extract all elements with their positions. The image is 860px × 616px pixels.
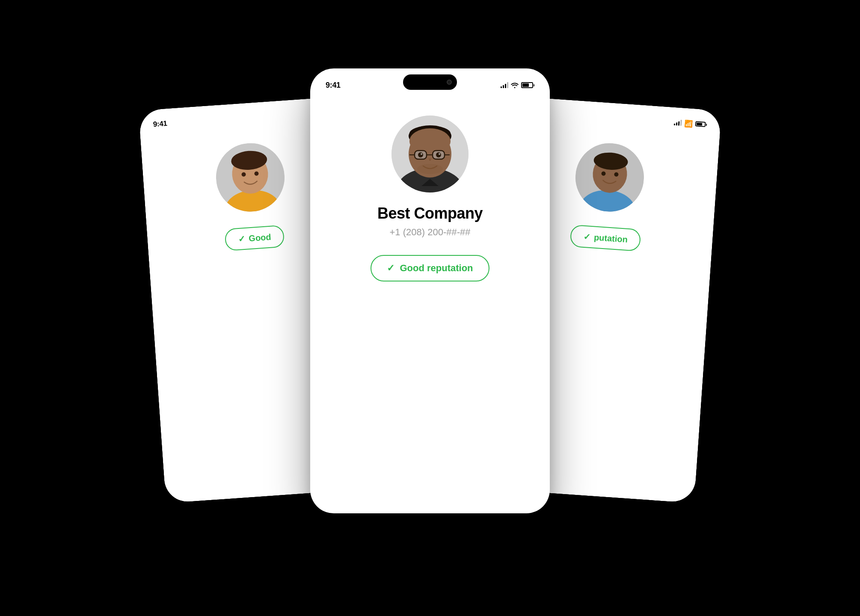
status-icons-right: 📶: [674, 118, 707, 128]
wifi-icon-center: [511, 82, 519, 88]
scene: 9:41: [130, 51, 730, 565]
battery-icon-right: [695, 121, 707, 127]
checkmark-icon-left: ✓: [238, 234, 246, 244]
svg-point-25: [436, 152, 441, 157]
svg-point-27: [439, 153, 440, 155]
reputation-badge-left: ✓ Good: [225, 225, 285, 251]
status-bar-center: 9:41: [310, 68, 550, 94]
svg-point-24: [418, 152, 423, 157]
status-icons-center: [501, 82, 534, 88]
reputation-text-right: putation: [593, 232, 628, 244]
checkmark-icon-center: ✓: [387, 263, 394, 274]
camera-dot: [447, 80, 452, 85]
phone-center: 9:41: [310, 68, 550, 513]
reputation-text-left: Good: [249, 232, 272, 243]
checkmark-icon-right: ✓: [583, 231, 591, 242]
company-name: Best Company: [377, 204, 483, 222]
time-center: 9:41: [326, 81, 341, 90]
reputation-badge-center: ✓ Good reputation: [371, 255, 489, 281]
svg-point-18: [409, 128, 451, 154]
avatar-center: [391, 116, 469, 192]
svg-point-28: [417, 164, 443, 174]
wifi-icon-right: 📶: [684, 119, 693, 127]
battery-icon-center: [521, 82, 534, 88]
svg-point-26: [421, 153, 422, 155]
signal-icon-center: [501, 82, 508, 88]
phone-content-center: Best Company +1 (208) 200-##-## ✓ Good r…: [310, 94, 550, 513]
reputation-text-center: Good reputation: [400, 263, 473, 274]
reputation-badge-right: ✓ putation: [569, 225, 641, 252]
time-left: 9:41: [153, 119, 167, 129]
avatar-left: [214, 141, 287, 214]
phone-number: +1 (208) 200-##-##: [390, 227, 471, 238]
dynamic-island: [403, 74, 457, 90]
avatar-right: [573, 141, 646, 214]
signal-icon-right: [674, 119, 682, 126]
